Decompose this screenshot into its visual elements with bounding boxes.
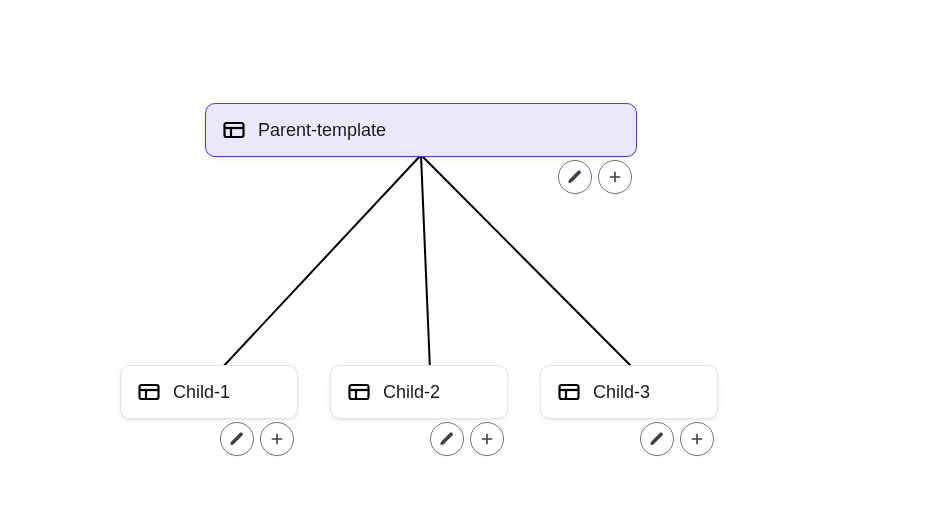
plus-icon xyxy=(689,431,705,447)
node-label: Child-3 xyxy=(593,382,650,403)
edit-button[interactable] xyxy=(430,422,464,456)
node-label: Child-2 xyxy=(383,382,440,403)
add-button[interactable] xyxy=(470,422,504,456)
svg-rect-3 xyxy=(225,123,244,137)
add-button[interactable] xyxy=(260,422,294,456)
pencil-icon xyxy=(567,169,583,185)
node-child-3[interactable]: Child-3 xyxy=(540,365,718,419)
add-button[interactable] xyxy=(680,422,714,456)
svg-rect-12 xyxy=(560,385,579,399)
node-child-2[interactable]: Child-2 xyxy=(330,365,508,419)
plus-icon xyxy=(479,431,495,447)
svg-line-0 xyxy=(220,155,421,370)
node-label: Child-1 xyxy=(173,382,230,403)
node-actions-child-2 xyxy=(430,422,504,456)
add-button[interactable] xyxy=(598,160,632,194)
edit-button[interactable] xyxy=(558,160,592,194)
pencil-icon xyxy=(649,431,665,447)
svg-line-1 xyxy=(421,155,430,370)
template-icon xyxy=(347,380,371,404)
template-icon xyxy=(222,118,246,142)
node-label: Parent-template xyxy=(258,120,386,141)
edit-button[interactable] xyxy=(220,422,254,456)
diagram-canvas: Parent-template Child-1 xyxy=(0,0,937,516)
edit-button[interactable] xyxy=(640,422,674,456)
template-icon xyxy=(557,380,581,404)
node-child-1[interactable]: Child-1 xyxy=(120,365,298,419)
svg-rect-9 xyxy=(350,385,369,399)
node-actions-parent xyxy=(558,160,632,194)
node-actions-child-3 xyxy=(640,422,714,456)
pencil-icon xyxy=(439,431,455,447)
node-actions-child-1 xyxy=(220,422,294,456)
template-icon xyxy=(137,380,161,404)
node-parent-template[interactable]: Parent-template xyxy=(205,103,637,157)
pencil-icon xyxy=(229,431,245,447)
plus-icon xyxy=(607,169,623,185)
plus-icon xyxy=(269,431,285,447)
svg-rect-6 xyxy=(140,385,159,399)
